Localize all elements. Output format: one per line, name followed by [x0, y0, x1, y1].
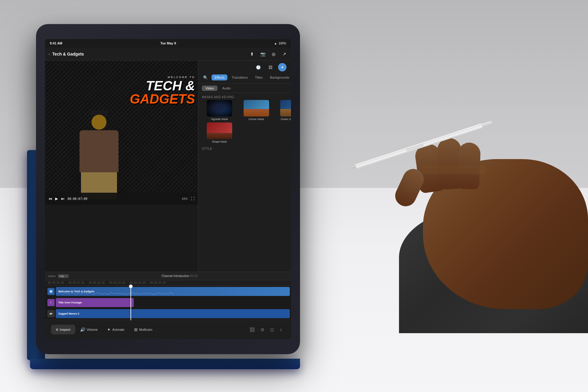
- timeline-tracks: Welcome to Tech & Gadgets T: [45, 286, 291, 320]
- tab-backgrounds[interactable]: Backgrounds: [267, 74, 291, 80]
- ipad-body: 9:41 AM Tue May 9 ▲ 100% ‹ Tech & Gadget…: [36, 24, 300, 354]
- animate-icon: ✦: [107, 327, 111, 332]
- select-label: Select: [48, 275, 56, 278]
- person-body: [80, 130, 118, 172]
- greenscreen-label: Green Screen Keyer: [281, 118, 291, 121]
- shape-thumb: [207, 122, 232, 139]
- timecode-display: 00:00:07;09: [68, 197, 87, 201]
- clip-badge: Clip ✓: [58, 274, 69, 278]
- multicam-button[interactable]: ⊞ Multicam: [129, 325, 157, 334]
- battery-icon: 100%: [278, 42, 286, 45]
- effect-vignette[interactable]: Vignette Mask: [202, 100, 237, 121]
- play-btn[interactable]: ▶: [55, 197, 58, 201]
- svg-text:T: T: [50, 301, 52, 304]
- ruler-tick-1: 00:00:01.00: [68, 282, 89, 284]
- status-time: 9:41 AM: [50, 41, 62, 45]
- animate-button[interactable]: ✦ Animate: [102, 325, 129, 334]
- zoom-level: 44%: [182, 197, 188, 201]
- timeline-icon-3[interactable]: ◻: [270, 327, 274, 332]
- ruler-tick-2: 00:00:02.00: [89, 282, 109, 284]
- location-icon[interactable]: ◎: [271, 51, 277, 57]
- track-video: Welcome to Tech & Gadgets: [45, 286, 291, 297]
- status-bar: 9:41 AM Tue May 9 ▲ 100%: [45, 39, 291, 47]
- skip-back-btn[interactable]: ⏮: [49, 197, 52, 201]
- effect-corner[interactable]: Corner Mask: [239, 100, 274, 121]
- animate-label: Animate: [112, 328, 124, 331]
- track-audio: Zagged Waves 2: [45, 308, 291, 319]
- left-panel: WELCOME TO Tech & Gadgets ⏮ ▶ ⏭: [45, 61, 198, 273]
- content-area: WELCOME TO Tech & Gadgets ⏮ ▶ ⏭: [45, 61, 291, 273]
- scene: 9:41 AM Tue May 9 ▲ 100% ‹ Tech & Gadget…: [0, 0, 588, 392]
- track-video-clip[interactable]: Welcome to Tech & Gadgets: [56, 287, 290, 296]
- person-head: [92, 115, 106, 130]
- spacer: [45, 205, 198, 273]
- upload-icon[interactable]: ⬆: [249, 51, 255, 57]
- track-title-icon: T: [47, 299, 55, 306]
- timeline-icon-1[interactable]: ⬛: [250, 327, 255, 332]
- panel-tabs: Effects Transitions Titles Backgrounds O…: [212, 74, 291, 80]
- tab-transitions[interactable]: Transitions: [229, 74, 250, 80]
- subtab-video[interactable]: Video: [202, 86, 218, 91]
- timeline-icon-2[interactable]: ⊙: [261, 327, 264, 332]
- share-icon[interactable]: ↗: [281, 51, 287, 57]
- gadgets-text: Gadgets: [130, 92, 195, 106]
- section-title: MASKS AND KEYING: [198, 93, 238, 100]
- waveform-1: [56, 292, 290, 295]
- inspect-button[interactable]: ≡ Inspect: [51, 325, 75, 334]
- multicam-label: Multicam: [139, 328, 152, 331]
- panel-toolbar: 🔍 Effects Transitions Titles Backgrounds…: [198, 71, 291, 84]
- timeline-header: Select Clip ✓ Channel Introduction 00:23: [45, 272, 291, 280]
- ipad-screen: 9:41 AM Tue May 9 ▲ 100% ‹ Tech & Gadget…: [45, 39, 291, 339]
- effects-icon[interactable]: ✦: [278, 63, 286, 71]
- video-preview: WELCOME TO Tech & Gadgets ⏮ ▶ ⏭: [45, 61, 198, 205]
- timeline-area: Select Clip ✓ Channel Introduction 00:23…: [45, 272, 291, 320]
- status-icons: ▲ 100%: [274, 42, 286, 45]
- photo-icon[interactable]: 🖼: [266, 63, 274, 71]
- right-panel: 🕐 🖼 ✦ ⊙ … 🔍 Effects Transitions: [198, 61, 291, 273]
- ipad-case-bottom: [30, 359, 300, 369]
- inspect-label: Inspect: [60, 328, 70, 331]
- volume-button[interactable]: 🔊 Volume: [75, 325, 103, 334]
- color-icon[interactable]: ⊙: [290, 63, 291, 71]
- volume-label: Volume: [87, 328, 98, 331]
- corner-thumb: [244, 100, 269, 116]
- style-title: STYLE: [202, 147, 212, 150]
- vignette-thumb: [207, 100, 232, 116]
- ipad-device: 9:41 AM Tue May 9 ▲ 100% ‹ Tech & Gadget…: [36, 24, 366, 366]
- search-icon[interactable]: 🔍: [202, 74, 209, 81]
- back-button[interactable]: ‹: [49, 52, 50, 56]
- track-title: T Title Over Footage: [45, 297, 291, 308]
- nav-bar: ‹ Tech & Gadgets ⬆ 📷 ◎ ↗: [45, 47, 291, 61]
- track-title-clip[interactable]: Title Over Footage: [56, 298, 134, 307]
- corner-label: Corner Mask: [248, 118, 264, 121]
- person-silhouette: [72, 109, 126, 187]
- effects-grid: Vignette Mask Corner Mask: [198, 100, 291, 146]
- wifi-icon: ▲: [274, 42, 277, 45]
- camera-icon[interactable]: 📷: [260, 51, 266, 57]
- tech-text: Tech &: [146, 78, 195, 93]
- greenscreen-thumb: [280, 100, 291, 116]
- track-audio-icon: [47, 310, 55, 317]
- track-audio-clip[interactable]: Zagged Waves 2: [56, 309, 290, 318]
- fullscreen-btn[interactable]: ⛶: [191, 197, 194, 201]
- tab-titles[interactable]: Titles: [252, 74, 266, 80]
- status-date: Tue May 9: [160, 41, 176, 45]
- shape-label: Shape Mask: [212, 140, 227, 143]
- timeline-bottom-icons: ⬛ ⊙ ◻ ↕: [157, 327, 285, 332]
- effect-greenscreen[interactable]: Green Screen Keyer: [275, 100, 291, 121]
- clock-icon[interactable]: 🕐: [254, 63, 262, 71]
- track-3-label: Zagged Waves 2: [58, 312, 79, 315]
- volume-icon: 🔊: [80, 327, 85, 332]
- timeline-clip-title: Channel Introduction 00:23: [71, 274, 288, 278]
- video-controls: ⏮ ▶ ⏭ 00:00:07;09 44% ⛶: [45, 193, 198, 205]
- vignette-label: Vignette Mask: [211, 118, 228, 121]
- tab-effects[interactable]: Effects: [212, 74, 227, 80]
- effect-shape[interactable]: Shape Mask: [202, 122, 237, 143]
- timeline-icon-4[interactable]: ↕: [280, 327, 282, 332]
- subtab-audio[interactable]: Audio: [219, 86, 234, 91]
- ruler-tick-4: 00:00:04.00: [130, 282, 150, 284]
- nav-icons: ⬆ 📷 ◎ ↗: [249, 51, 287, 57]
- skip-forward-btn[interactable]: ⏭: [61, 197, 64, 201]
- sub-tabs: Video Audio: [198, 84, 291, 93]
- bottom-toolbar: ≡ Inspect 🔊 Volume ✦ Animate ⊞ Multicam: [45, 320, 291, 339]
